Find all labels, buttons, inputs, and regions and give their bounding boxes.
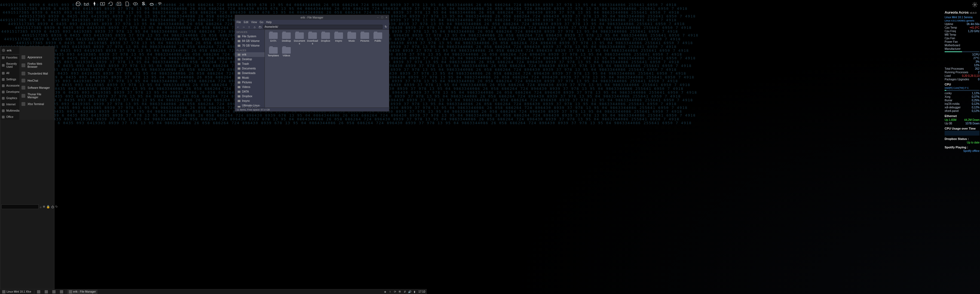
app-firefox[interactable]: Firefox Web Browser — [19, 61, 54, 70]
folder-public[interactable]: Public — [372, 32, 384, 46]
folder-templates[interactable]: Templates — [267, 46, 280, 57]
tray-dropbox-icon[interactable]: ◈ — [383, 290, 387, 294]
menu-help[interactable]: Help — [266, 21, 272, 24]
nav-back-button[interactable]: ← — [236, 25, 240, 29]
app-xfce-terminal[interactable]: Xfce Terminal — [19, 100, 54, 108]
sidebar: DEVICES File System 84 GB Volume 76 GB V… — [235, 30, 265, 108]
category-internet[interactable]: Internet — [0, 101, 19, 108]
video-icon[interactable] — [99, 0, 106, 7]
sidebar-item-desktop[interactable]: Desktop — [235, 57, 265, 62]
start-search-input[interactable] — [2, 205, 39, 209]
sidebar-item-volume-76[interactable]: 76 GB Volume — [235, 43, 265, 48]
folder-music[interactable]: Music — [345, 32, 358, 46]
sidebar-item-pictures[interactable]: Pictures — [235, 80, 265, 85]
reload-button[interactable]: ↻ — [383, 25, 388, 29]
folder-view[interactable]: DATA Desktop Documents Downloads Dropbox… — [265, 30, 389, 108]
app-thunar[interactable]: Thunar File Manager — [19, 91, 54, 100]
search-icon[interactable]: ⌕ — [40, 205, 41, 209]
minimize-button[interactable]: – — [377, 16, 379, 19]
sidebar-item-music[interactable]: Music — [235, 75, 265, 80]
app-software-manager[interactable]: Software Manager — [19, 84, 54, 91]
tray-volume-icon[interactable]: 🔊 — [408, 290, 411, 294]
taskbar-window-filemanager[interactable]: erik - File Manager — [67, 290, 97, 294]
start-button[interactable]: Linux Mint 18.1 Xfce — [0, 290, 33, 294]
thunderbird-icon[interactable] — [83, 0, 89, 7]
grid-icon — [2, 72, 5, 75]
category-accessories[interactable]: Accessories — [0, 83, 19, 89]
folder-insync[interactable]: Insync — [332, 32, 345, 46]
sidebar-item-downloads[interactable]: Downloads — [235, 71, 265, 75]
gimp-icon[interactable] — [148, 0, 155, 7]
nav-forward-button[interactable]: → — [242, 25, 246, 29]
app-thunderbird[interactable]: Thunderbird Mail — [19, 70, 54, 77]
logout-icon[interactable]: ⏻ — [51, 205, 54, 209]
wifi-icon[interactable] — [156, 0, 163, 7]
firefox-icon[interactable] — [75, 0, 81, 7]
sidebar-item-volume-84[interactable]: 84 GB Volume — [235, 39, 265, 43]
app-hexchat[interactable]: HexChat — [19, 77, 54, 84]
sidebar-item-insync[interactable]: Insync — [235, 99, 265, 103]
quick-launch-files[interactable] — [35, 290, 42, 294]
reload-icon[interactable] — [108, 0, 114, 7]
quick-launch-terminal[interactable] — [51, 290, 57, 294]
window-titlebar[interactable]: erik - File Manager – ☐ ✕ — [235, 15, 389, 20]
folder-desktop[interactable]: Desktop — [280, 32, 293, 46]
quick-launch-mail[interactable] — [58, 290, 65, 294]
folder-icon — [238, 58, 240, 60]
folder-videos[interactable]: Videos — [280, 46, 293, 57]
menu-go[interactable]: Go — [260, 21, 263, 24]
menu-edit[interactable]: Edit — [243, 21, 248, 24]
media-player-icon[interactable] — [116, 0, 122, 7]
category-settings[interactable]: Settings — [0, 76, 19, 83]
glade-icon[interactable] — [91, 0, 98, 7]
tray-network-icon[interactable]: ⇵ — [403, 290, 406, 294]
nav-up-button[interactable]: ↑ — [247, 25, 251, 29]
category-office[interactable]: Office — [0, 114, 19, 120]
tray-shield-icon[interactable]: ⛨ — [398, 290, 401, 294]
nav-home-button[interactable]: ⌂ — [252, 25, 257, 29]
category-graphics[interactable]: Graphics — [0, 95, 19, 101]
sidebar-item-ultimate[interactable]: Ultimate-Linux-Mint-18.1-Xfce — [235, 103, 265, 108]
lock-icon[interactable]: 🔒 — [46, 205, 50, 209]
category-recently-used[interactable]: Recently Used — [0, 61, 19, 70]
sidebar-item-videos[interactable]: Videos — [235, 85, 265, 89]
folder-dropbox[interactable]: Dropbox — [319, 32, 332, 46]
tray-updates-icon[interactable]: ⟳ — [393, 290, 397, 294]
menu-view[interactable]: View — [251, 21, 257, 24]
taskbar-clock[interactable]: 17:10 — [417, 290, 426, 293]
eye-icon[interactable] — [132, 0, 138, 7]
start-menu-user[interactable]: erik — [0, 46, 19, 54]
folder-icon: 🗀 — [258, 25, 262, 29]
sidebar-item-documents[interactable]: Documents — [235, 66, 265, 71]
sidebar-item-dropbox[interactable]: Dropbox — [235, 94, 265, 99]
folder-pictures[interactable]: Pictures — [358, 32, 371, 46]
sidebar-item-data[interactable]: DATA — [235, 89, 265, 94]
category-development[interactable]: Development — [0, 89, 19, 95]
system-settings-icon[interactable] — [972, 2, 978, 8]
document-icon[interactable] — [124, 0, 130, 7]
folder-documents[interactable]: Documents — [293, 32, 306, 46]
sidebar-section-places: PLACES — [235, 48, 265, 52]
conky-cpu-bar — [945, 90, 980, 91]
sidebar-item-home[interactable]: erik — [235, 52, 265, 57]
sidebar-item-trash[interactable]: Trash — [235, 62, 265, 66]
spotify-icon[interactable]: S — [140, 0, 147, 7]
settings-icon[interactable]: ✻ — [43, 205, 45, 209]
menu-file[interactable]: File — [237, 21, 241, 24]
category-multimedia[interactable]: Multimedia — [0, 108, 19, 114]
close-button[interactable]: ✕ — [385, 16, 388, 19]
tray-battery-icon[interactable]: ▮ — [413, 290, 416, 294]
session-reload-icon[interactable]: ↻ — [55, 205, 58, 209]
maximize-button[interactable]: ☐ — [381, 16, 383, 19]
quick-launch-firefox[interactable] — [43, 290, 49, 294]
folder-icon — [238, 68, 240, 70]
category-favorites[interactable]: Favorites — [0, 54, 19, 61]
folder-data[interactable]: DATA — [267, 32, 280, 46]
app-appearance[interactable]: Appearance — [19, 54, 54, 61]
conky-spotify-label: Spotify Playing : — [945, 146, 980, 149]
path-input[interactable]: /home/erik/ — [263, 25, 382, 29]
sidebar-item-filesystem[interactable]: File System — [235, 34, 265, 39]
category-all[interactable]: All — [0, 70, 19, 76]
tray-bluetooth-icon[interactable]: ᚼ — [388, 290, 392, 294]
folder-downloads[interactable]: Downloads — [306, 32, 319, 46]
